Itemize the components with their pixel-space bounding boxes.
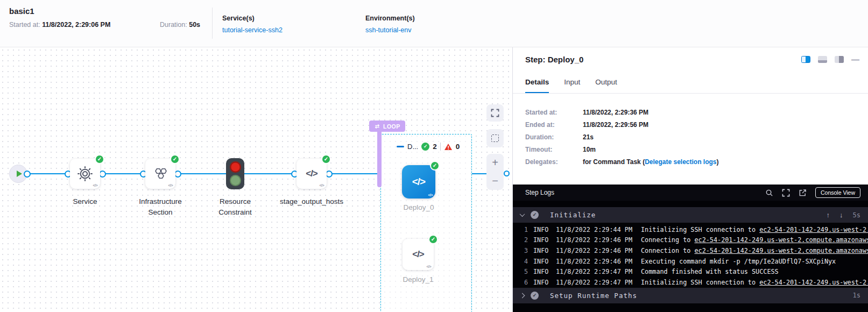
duration: Duration: 50s [160, 21, 200, 29]
traffic-light-red-icon [230, 161, 241, 173]
traffic-light-green-icon [230, 175, 241, 186]
node-deploy-1[interactable]: </> ✓ </> [403, 239, 434, 270]
section-duration: 5s [853, 211, 860, 219]
node-infrastructure[interactable]: ✓ </> [145, 159, 175, 189]
section-success-icon: ✓ [531, 292, 539, 300]
success-badge-icon: ✓ [428, 235, 438, 244]
console-title: Step Logs [525, 189, 554, 196]
zoom-out-button[interactable]: − [486, 172, 504, 190]
host-link[interactable]: ec2-54-201-142-249.us-west-2.compute.ama… [694, 247, 868, 254]
node-service[interactable]: ✓ </> [70, 159, 100, 189]
node-label-stage-output-hosts: stage_output_hosts [279, 196, 344, 207]
success-badge-icon: ✓ [430, 161, 440, 171]
loop-group-title: D... [407, 143, 418, 151]
template-code-icon: </> [168, 183, 173, 187]
marquee-select-button[interactable] [486, 129, 504, 147]
loop-icon [374, 124, 380, 129]
execution-header: basic1 Started at: 11/8/2022, 2:29:06 PM… [0, 0, 868, 47]
marquee-icon [491, 134, 499, 142]
warning-triangle-icon [444, 143, 453, 151]
detail-row-ended: Ended at: 11/8/2022, 2:29:56 PM [525, 118, 719, 131]
log-line: 6INFO11/8/2022 2:29:47 PM Initializing S… [513, 277, 868, 288]
success-badge-icon: ✓ [170, 154, 180, 164]
pipeline-name: basic1 [9, 6, 34, 16]
services-label: Service(s) [222, 15, 255, 22]
node-label-infrastructure: Infrastructure Section [128, 196, 193, 217]
layout-bottom-button[interactable] [818, 56, 827, 63]
count-divider [440, 143, 441, 151]
zoom-controls: + − [486, 154, 504, 190]
gear-icon [77, 166, 93, 182]
node-stage-output-hosts[interactable]: </> ✓ </> [297, 159, 327, 189]
node-label-service: Service [53, 196, 117, 207]
layout-right-split-button[interactable] [801, 56, 810, 63]
template-code-icon: </> [428, 193, 433, 197]
success-count-icon: ✓ [421, 143, 429, 151]
detail-row-delegates: Delegates: for Command Task (Delegate se… [525, 155, 719, 168]
log-section-setup-runtime-paths[interactable]: ✓ Setup Runtime Paths 1s [513, 288, 868, 303]
log-line: 4INFO11/8/2022 2:29:46 PM Executing comm… [513, 256, 868, 267]
template-code-icon: </> [426, 265, 431, 268]
host-link[interactable]: ec2-54-201-142-249.us-west-2.compute.ama… [759, 226, 868, 233]
details-list: Started at: 11/8/2022, 2:29:36 PM Ended … [525, 106, 719, 168]
step-logs-console: Step Logs Console View ✓ In [513, 185, 868, 312]
fit-to-screen-button[interactable] [486, 104, 504, 122]
section-duration: 1s [853, 292, 860, 299]
code-icon: </> [412, 176, 425, 188]
log-line: 2INFO11/8/2022 2:29:46 PM Connecting to … [513, 235, 868, 246]
environment-link[interactable]: ssh-tutorial-env [365, 26, 411, 34]
panel-title: Step: Deploy_0 [525, 55, 583, 64]
chevron-right-icon [520, 293, 525, 298]
play-icon [17, 171, 22, 177]
started-at: Started at: 11/8/2022, 2:29:06 PM [9, 21, 110, 29]
log-line: 3INFO11/8/2022 2:29:46 PM Connection to … [513, 245, 868, 256]
delegate-selection-logs-link[interactable]: Delegate selection logs [645, 158, 716, 166]
step-details-panel: Step: Deploy_0 — Details Input Output St… [512, 47, 868, 312]
fullscreen-icon [491, 109, 499, 117]
pipeline-canvas[interactable]: ✓ </> Service ✓ </> Infrastructure Secti… [0, 47, 512, 312]
tab-details[interactable]: Details [525, 78, 549, 94]
console-view-button[interactable]: Console View [815, 187, 860, 198]
zoom-in-button[interactable]: + [486, 154, 504, 172]
panel-tabs: Details Input Output [525, 78, 617, 94]
detail-row-started: Started at: 11/8/2022, 2:29:36 PM [525, 106, 719, 118]
template-code-icon: </> [319, 183, 324, 187]
log-section-initialize[interactable]: ✓ Initialize ↑ ↓ 5s [513, 207, 868, 223]
node-resource-constraint[interactable] [226, 158, 244, 189]
log-line: 1INFO11/8/2022 2:29:44 PM Initializing S… [513, 224, 868, 235]
tab-output[interactable]: Output [595, 78, 617, 94]
node-deploy-0[interactable]: </> ✓ </> [402, 165, 435, 198]
search-icon[interactable] [765, 189, 773, 197]
code-icon: </> [412, 249, 424, 260]
failure-count: 0 [456, 143, 460, 151]
host-link[interactable]: ec2-54-201-142-249.us-west-2.compute.ama… [759, 279, 868, 286]
layout-right-button[interactable] [835, 56, 844, 63]
tab-input[interactable]: Input [564, 78, 580, 94]
open-external-icon[interactable] [799, 189, 807, 197]
panel-layout-controls: — [801, 56, 859, 63]
scroll-to-top-button[interactable]: ↑ [827, 211, 830, 219]
console-header: Step Logs Console View [513, 185, 868, 201]
loop-group-box[interactable] [380, 134, 472, 312]
edge-port [24, 171, 31, 178]
template-code-icon: </> [93, 183, 97, 187]
minimize-panel-button[interactable]: — [851, 56, 859, 63]
code-icon: </> [306, 168, 317, 179]
environments-label: Environment(s) [365, 15, 415, 22]
success-badge-icon: ✓ [321, 154, 331, 164]
success-badge-icon: ✓ [95, 154, 104, 164]
expand-logs-icon[interactable] [782, 189, 790, 197]
loop-bar [377, 128, 382, 187]
chevron-down-icon [520, 211, 525, 217]
service-link[interactable]: tutorial-service-ssh2 [222, 26, 283, 34]
scroll-to-bottom-button[interactable]: ↓ [839, 211, 843, 219]
log-line: 5INFO11/8/2022 2:29:47 PM Command finish… [513, 266, 868, 277]
tabs-divider [513, 93, 868, 94]
loop-group-header: D... ✓ 2 0 [397, 143, 460, 151]
section-success-icon: ✓ [531, 211, 539, 219]
collapse-group-button[interactable] [397, 146, 404, 147]
detail-row-timeout: Timeout: 10m [525, 143, 719, 155]
hexagons-icon [152, 166, 168, 182]
log-lines[interactable]: 1INFO11/8/2022 2:29:44 PM Initializing S… [513, 223, 868, 288]
host-link[interactable]: ec2-54-201-142-249.us-west-2.compute.ama… [694, 236, 868, 244]
